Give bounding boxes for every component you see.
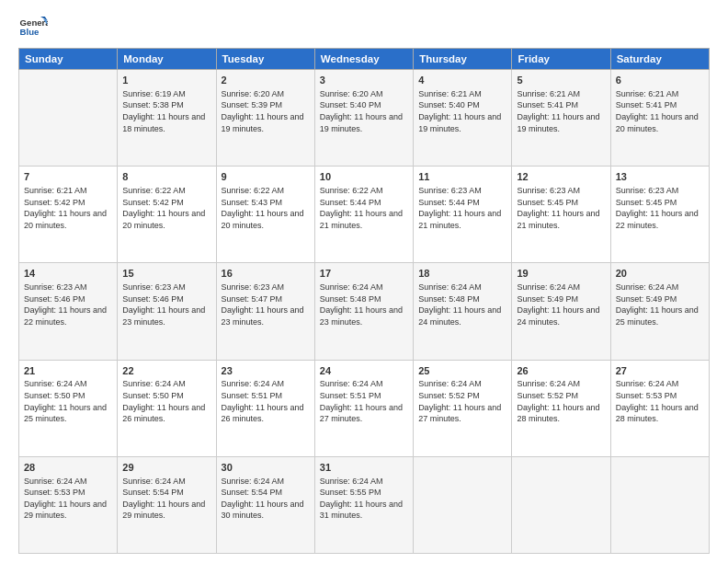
day-number: 20 [616, 267, 704, 281]
day-number: 31 [320, 461, 408, 475]
cell-info: Sunrise: 6:24 AMSunset: 5:50 PMDaylight:… [122, 378, 210, 424]
cell-info: Sunrise: 6:24 AMSunset: 5:53 PMDaylight:… [24, 476, 112, 522]
calendar-cell: 10Sunrise: 6:22 AMSunset: 5:44 PMDayligh… [314, 167, 413, 263]
cell-info: Sunrise: 6:23 AMSunset: 5:46 PMDaylight:… [24, 282, 112, 327]
calendar-cell: 7Sunrise: 6:21 AMSunset: 5:42 PMDaylight… [19, 167, 118, 263]
cell-info: Sunrise: 6:24 AMSunset: 5:52 PMDaylight:… [517, 378, 605, 424]
day-number: 22 [122, 364, 210, 378]
day-number: 3 [320, 74, 408, 87]
cell-info: Sunrise: 6:22 AMSunset: 5:43 PMDaylight:… [222, 185, 310, 231]
week-row-2: 14Sunrise: 6:23 AMSunset: 5:46 PMDayligh… [19, 263, 710, 360]
cell-info: Sunrise: 6:24 AMSunset: 5:54 PMDaylight:… [122, 476, 210, 522]
calendar-cell: 24Sunrise: 6:24 AMSunset: 5:51 PMDayligh… [314, 360, 413, 456]
calendar-cell: 15Sunrise: 6:23 AMSunset: 5:46 PMDayligh… [118, 263, 216, 360]
calendar-cell [19, 70, 118, 167]
cell-info: Sunrise: 6:24 AMSunset: 5:48 PMDaylight:… [320, 282, 408, 327]
cell-info: Sunrise: 6:24 AMSunset: 5:54 PMDaylight:… [222, 476, 310, 522]
header: General Blue [18, 15, 710, 40]
header-row: SundayMondayTuesdayWednesdayThursdayFrid… [19, 49, 710, 70]
cell-info: Sunrise: 6:21 AMSunset: 5:41 PMDaylight:… [517, 88, 605, 134]
logo-icon: General Blue [18, 15, 48, 40]
calendar-cell: 9Sunrise: 6:22 AMSunset: 5:43 PMDaylight… [216, 167, 314, 263]
calendar-cell: 6Sunrise: 6:21 AMSunset: 5:41 PMDaylight… [610, 70, 709, 167]
day-number: 29 [122, 461, 210, 475]
cell-info: Sunrise: 6:21 AMSunset: 5:40 PMDaylight:… [418, 88, 506, 134]
calendar-cell: 5Sunrise: 6:21 AMSunset: 5:41 PMDaylight… [512, 70, 610, 167]
week-row-1: 7Sunrise: 6:21 AMSunset: 5:42 PMDaylight… [19, 167, 710, 263]
day-number: 17 [320, 267, 408, 281]
cell-info: Sunrise: 6:24 AMSunset: 5:55 PMDaylight:… [320, 476, 408, 522]
day-number: 16 [222, 267, 310, 281]
calendar-cell: 11Sunrise: 6:23 AMSunset: 5:44 PMDayligh… [414, 167, 512, 263]
day-number: 30 [222, 461, 310, 475]
day-number: 24 [320, 364, 408, 378]
logo: General Blue [18, 15, 48, 40]
week-row-4: 28Sunrise: 6:24 AMSunset: 5:53 PMDayligh… [19, 456, 710, 553]
day-number: 4 [418, 74, 506, 87]
day-number: 10 [320, 170, 408, 184]
day-number: 15 [122, 267, 210, 281]
cell-info: Sunrise: 6:22 AMSunset: 5:42 PMDaylight:… [122, 185, 210, 231]
col-header-thursday: Thursday [414, 49, 512, 70]
calendar-cell: 27Sunrise: 6:24 AMSunset: 5:53 PMDayligh… [610, 360, 709, 456]
svg-text:Blue: Blue [20, 27, 40, 37]
day-number: 18 [418, 267, 506, 281]
cell-info: Sunrise: 6:23 AMSunset: 5:47 PMDaylight:… [222, 282, 310, 327]
day-number: 2 [222, 74, 310, 87]
cell-info: Sunrise: 6:24 AMSunset: 5:53 PMDaylight:… [616, 378, 704, 424]
calendar-cell: 13Sunrise: 6:23 AMSunset: 5:45 PMDayligh… [610, 167, 709, 263]
calendar-cell [512, 456, 610, 553]
day-number: 12 [517, 170, 605, 184]
cell-info: Sunrise: 6:21 AMSunset: 5:42 PMDaylight:… [24, 185, 112, 231]
day-number: 7 [24, 170, 112, 184]
day-number: 8 [122, 170, 210, 184]
calendar-cell: 31Sunrise: 6:24 AMSunset: 5:55 PMDayligh… [314, 456, 413, 553]
cell-info: Sunrise: 6:24 AMSunset: 5:51 PMDaylight:… [320, 378, 408, 424]
calendar-cell: 14Sunrise: 6:23 AMSunset: 5:46 PMDayligh… [19, 263, 118, 360]
cell-info: Sunrise: 6:24 AMSunset: 5:49 PMDaylight:… [616, 282, 704, 327]
calendar-cell: 12Sunrise: 6:23 AMSunset: 5:45 PMDayligh… [512, 167, 610, 263]
cell-info: Sunrise: 6:24 AMSunset: 5:49 PMDaylight:… [517, 282, 605, 327]
day-number: 11 [418, 170, 506, 184]
calendar-cell: 21Sunrise: 6:24 AMSunset: 5:50 PMDayligh… [19, 360, 118, 456]
day-number: 9 [222, 170, 310, 184]
col-header-monday: Monday [118, 49, 216, 70]
calendar-cell: 23Sunrise: 6:24 AMSunset: 5:51 PMDayligh… [216, 360, 314, 456]
calendar-cell [414, 456, 512, 553]
day-number: 27 [616, 364, 704, 378]
week-row-0: 1Sunrise: 6:19 AMSunset: 5:38 PMDaylight… [19, 70, 710, 167]
calendar-cell: 20Sunrise: 6:24 AMSunset: 5:49 PMDayligh… [610, 263, 709, 360]
day-number: 25 [418, 364, 506, 378]
cell-info: Sunrise: 6:23 AMSunset: 5:45 PMDaylight:… [616, 185, 704, 231]
col-header-sunday: Sunday [19, 49, 118, 70]
cell-info: Sunrise: 6:22 AMSunset: 5:44 PMDaylight:… [320, 185, 408, 231]
day-number: 5 [517, 74, 605, 87]
calendar-cell: 1Sunrise: 6:19 AMSunset: 5:38 PMDaylight… [118, 70, 216, 167]
day-number: 6 [616, 74, 704, 87]
calendar-cell [610, 456, 709, 553]
calendar-cell: 17Sunrise: 6:24 AMSunset: 5:48 PMDayligh… [314, 263, 413, 360]
calendar-cell: 19Sunrise: 6:24 AMSunset: 5:49 PMDayligh… [512, 263, 610, 360]
cell-info: Sunrise: 6:24 AMSunset: 5:52 PMDaylight:… [418, 378, 506, 424]
calendar-cell: 28Sunrise: 6:24 AMSunset: 5:53 PMDayligh… [19, 456, 118, 553]
cell-info: Sunrise: 6:21 AMSunset: 5:41 PMDaylight:… [616, 88, 704, 134]
day-number: 19 [517, 267, 605, 281]
svg-text:General: General [20, 17, 48, 28]
day-number: 28 [24, 461, 112, 475]
calendar-cell: 30Sunrise: 6:24 AMSunset: 5:54 PMDayligh… [216, 456, 314, 553]
col-header-wednesday: Wednesday [314, 49, 413, 70]
cell-info: Sunrise: 6:23 AMSunset: 5:46 PMDaylight:… [122, 282, 210, 327]
calendar-cell: 26Sunrise: 6:24 AMSunset: 5:52 PMDayligh… [512, 360, 610, 456]
day-number: 13 [616, 170, 704, 184]
calendar-cell: 4Sunrise: 6:21 AMSunset: 5:40 PMDaylight… [414, 70, 512, 167]
calendar-cell: 3Sunrise: 6:20 AMSunset: 5:40 PMDaylight… [314, 70, 413, 167]
cell-info: Sunrise: 6:20 AMSunset: 5:40 PMDaylight:… [320, 88, 408, 134]
cell-info: Sunrise: 6:24 AMSunset: 5:50 PMDaylight:… [24, 378, 112, 424]
day-number: 21 [24, 364, 112, 378]
day-number: 26 [517, 364, 605, 378]
col-header-saturday: Saturday [610, 49, 709, 70]
calendar-cell: 8Sunrise: 6:22 AMSunset: 5:42 PMDaylight… [118, 167, 216, 263]
calendar-table: SundayMondayTuesdayWednesdayThursdayFrid… [18, 48, 710, 554]
cell-info: Sunrise: 6:23 AMSunset: 5:45 PMDaylight:… [517, 185, 605, 231]
calendar-cell: 16Sunrise: 6:23 AMSunset: 5:47 PMDayligh… [216, 263, 314, 360]
